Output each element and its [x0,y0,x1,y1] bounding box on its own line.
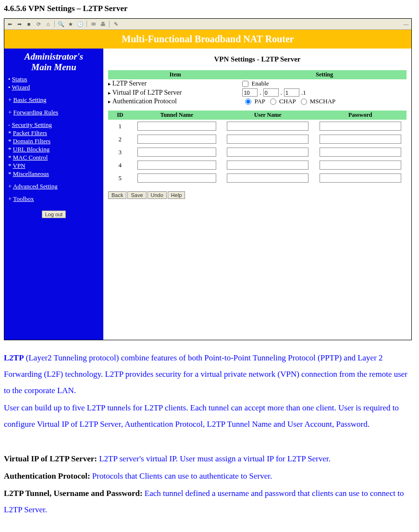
dash-icon[interactable]: — [403,21,409,27]
col-id: ID [108,111,132,120]
label-l2tp-server: L2TP Server [108,80,242,87]
password-input[interactable] [320,135,401,144]
sidebar-item[interactable]: Wizard [8,84,99,91]
separator [86,21,87,27]
separator [54,21,55,27]
tunnel-name-input[interactable] [137,173,216,183]
term-auth: Authentication Protocol: [4,471,92,481]
radio-chap[interactable] [270,99,276,105]
tunnel-name-input[interactable] [137,148,216,157]
ip-octet-3[interactable] [284,88,299,97]
menu-list: StatusWizardBasic SettingForwarding Rule… [8,75,99,203]
sidebar-link[interactable]: Status [12,75,27,83]
p3-body: L2TP server's virtual IP. User must assi… [99,454,331,463]
tunnel-name-input[interactable] [137,122,216,131]
sidebar-item[interactable]: Miscellaneous [8,170,99,178]
sidebar-item[interactable]: Security Setting [8,121,99,129]
sidebar-link[interactable]: Domain Filters [13,137,50,145]
label-mschap: MSCHAP [310,98,335,105]
menu-title: Administrator's Main Menu [8,51,99,73]
label-chap: CHAP [279,98,296,105]
tunnel-name-input[interactable] [137,135,216,144]
sidebar-link[interactable]: Toolbox [13,195,34,202]
ip-octet-2[interactable] [263,88,279,97]
sidebar-item[interactable]: Toolbox [8,195,99,203]
print-icon[interactable]: 🖶 [99,21,106,27]
sidebar-item[interactable]: URL Blocking [8,146,99,153]
browser-toolbar: ⬅ ➡ ■ ⟳ ⌂ 🔍 ★ 🕓 ✉ 🖶 ✎ — [4,19,411,30]
enable-checkbox[interactable] [242,81,248,87]
content-pane: VPN Settings - L2TP Server Item Setting … [103,49,411,340]
search-icon[interactable]: 🔍 [58,21,64,27]
p1-body: (Layer2 Tunneling protocol) combine feat… [4,353,407,395]
refresh-icon[interactable]: ⟳ [35,21,42,27]
term-l2tp: L2TP [4,353,24,362]
sidebar-item[interactable]: Forwarding Rules [8,109,99,116]
password-input[interactable] [320,161,401,170]
password-input[interactable] [320,122,401,131]
password-input[interactable] [320,173,401,183]
sidebar-item[interactable]: Status [8,75,99,83]
favorites-icon[interactable]: ★ [67,21,74,27]
password-input[interactable] [320,148,401,157]
logout-button[interactable]: Log out [42,210,66,218]
setting-row-auth: Authentication Protocol PAP CHAP MSCHAP [108,97,407,106]
sidebar-link[interactable]: Advanced Setting [13,183,58,190]
mail-icon[interactable]: ✉ [90,21,97,27]
ip-octet-1[interactable] [242,88,258,97]
separator [109,21,110,27]
sidebar-item[interactable]: VPN [8,162,99,170]
sidebar-item[interactable]: Advanced Setting [8,183,99,190]
col-tunnel-name: Tunnel Name [132,111,222,120]
radio-pap[interactable] [245,99,251,105]
edit-icon[interactable]: ✎ [112,21,119,27]
sidebar-item[interactable]: Packet Filters [8,129,99,137]
term-tunnel: L2TP Tunnel, Username and Password: [4,489,145,498]
sidebar-item[interactable]: Domain Filters [8,137,99,145]
back-button[interactable]: Back [108,191,126,199]
user-name-input[interactable] [227,148,308,157]
sidebar-link[interactable]: Packet Filters [13,129,47,136]
table-row: 1 [108,120,407,133]
menu-title-line2: Main Menu [31,62,76,72]
p2: User can build up to five L2TP tunnels f… [4,400,415,433]
table-row: 2 [108,133,407,146]
home-icon[interactable]: ⌂ [45,21,51,27]
stop-icon[interactable]: ■ [25,21,32,27]
label-auth-protocol: Authentication Protocol [108,98,242,105]
sidebar-item[interactable]: Basic Setting [8,96,99,104]
sidebar-link[interactable]: VPN [13,162,25,169]
tunnel-name-input[interactable] [137,161,216,170]
undo-button[interactable]: Undo [148,191,167,199]
sidebar-link[interactable]: Basic Setting [13,96,47,103]
document-text: L2TP (Layer2 Tunneling protocol) combine… [4,350,415,518]
col-user-name: User Name [222,111,314,120]
user-name-input[interactable] [227,173,308,183]
app-banner: Multi-Functional Broadband NAT Router [4,30,411,49]
sidebar-link[interactable]: Security Setting [12,121,52,128]
sidebar-link[interactable]: URL Blocking [13,146,49,153]
sidebar-link[interactable]: MAC Control [13,154,48,161]
sidebar: Administrator's Main Menu StatusWizardBa… [4,49,103,340]
menu-title-line1: Administrator's [25,51,84,62]
page-title: VPN Settings - L2TP Server [108,55,407,63]
user-name-input[interactable] [227,161,308,170]
sidebar-item[interactable]: MAC Control [8,154,99,161]
save-button[interactable]: Save [127,191,146,199]
hdr-item: Item [108,70,242,79]
forward-icon[interactable]: ➡ [16,21,23,27]
sidebar-link[interactable]: Wizard [12,84,30,91]
hdr-setting: Setting [242,70,407,79]
user-name-input[interactable] [227,135,308,144]
label-pap: PAP [254,98,265,105]
history-icon[interactable]: 🕓 [77,21,84,27]
sidebar-link[interactable]: Miscellaneous [13,170,49,177]
radio-mschap[interactable] [301,99,307,105]
col-password: Password [314,111,407,120]
back-icon[interactable]: ⬅ [6,21,13,27]
help-button[interactable]: Help [168,191,185,199]
user-name-input[interactable] [227,122,308,131]
table-row: 5 [108,172,407,185]
cell-id: 5 [108,173,132,183]
sidebar-link[interactable]: Forwarding Rules [13,109,59,116]
